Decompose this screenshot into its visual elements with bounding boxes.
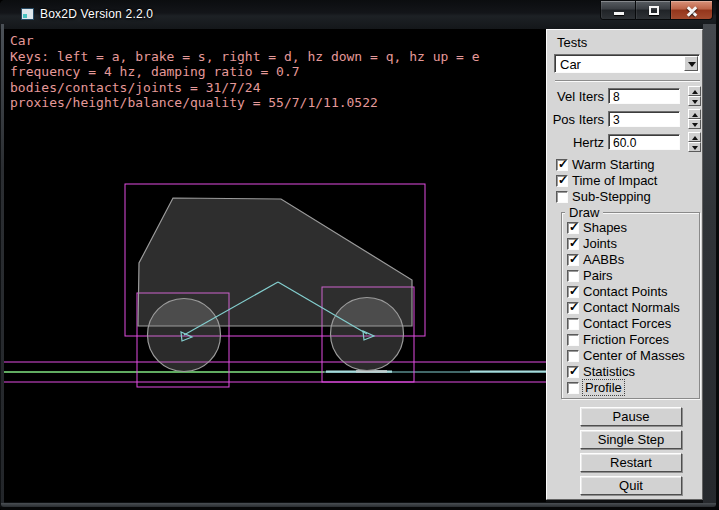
arrow-up-icon	[692, 90, 698, 94]
quit-button[interactable]: Quit	[580, 476, 682, 495]
shapes-checkbox[interactable]	[567, 222, 579, 234]
arrow-down-icon	[692, 123, 698, 127]
contact-normals-checkbox[interactable]	[567, 302, 579, 314]
shapes-label: Shapes	[583, 220, 627, 235]
profile-checkbox[interactable]	[567, 382, 579, 394]
statistics-checkbox[interactable]	[567, 366, 579, 378]
single-step-button[interactable]: Single Step	[580, 430, 682, 449]
pause-button[interactable]: Pause	[580, 407, 682, 426]
pos-iters-row: Pos Iters 3	[547, 109, 704, 129]
sub-stepping-checkbox[interactable]	[556, 191, 568, 203]
hertz-label: Hertz	[547, 135, 604, 150]
stats-line-keys: Keys: left = a, brake = s, right = d, hz…	[10, 49, 480, 65]
arrow-up-icon	[692, 136, 698, 140]
statistics-label: Statistics	[583, 364, 635, 379]
restart-button[interactable]: Restart	[580, 453, 682, 472]
aabbs-checkbox[interactable]	[567, 254, 579, 266]
close-icon	[686, 5, 698, 17]
vel-iters-spin-down-button[interactable]	[688, 96, 701, 106]
app-window: Box2D Version 2.2.0	[0, 0, 719, 510]
hertz-spin-down-button[interactable]	[688, 142, 701, 152]
center-of-masses-checkbox[interactable]	[567, 350, 579, 362]
vel-iters-input[interactable]: 8	[608, 88, 680, 104]
pos-iters-spinner	[688, 109, 701, 129]
pos-iters-spin-down-button[interactable]	[688, 119, 701, 129]
time-of-impact-label: Time of Impact	[572, 173, 657, 188]
app-icon	[21, 8, 34, 20]
window-border-right	[703, 24, 716, 505]
stats-line-bodies: bodies/contacts/joints = 31/7/24	[10, 80, 480, 96]
maximize-icon	[649, 6, 659, 15]
contact-points-checkbox[interactable]	[567, 286, 579, 298]
window-border-left	[1, 24, 4, 505]
stats-line-frequency: frequency = 4 hz, damping ratio = 0.7	[10, 64, 480, 80]
joints-label: Joints	[583, 236, 617, 251]
center-of-masses-label: Center of Masses	[583, 348, 685, 363]
draw-group-title: Draw	[565, 205, 603, 220]
minimize-icon	[614, 12, 624, 15]
hertz-row: Hertz 60.0	[547, 132, 704, 152]
time-of-impact-checkbox[interactable]	[556, 175, 568, 187]
contact-points-label: Contact Points	[583, 284, 668, 299]
tests-label: Tests	[557, 35, 587, 50]
pos-iters-label: Pos Iters	[547, 112, 604, 127]
pairs-checkbox[interactable]	[567, 270, 579, 282]
contact-forces-checkbox[interactable]	[567, 318, 579, 330]
contact-forces-label: Contact Forces	[583, 316, 671, 331]
title-bar[interactable]: Box2D Version 2.2.0	[0, 0, 719, 29]
hertz-spin-up-button[interactable]	[688, 132, 701, 142]
sub-stepping-label: Sub-Stepping	[572, 189, 651, 204]
friction-forces-label: Friction Forces	[583, 332, 669, 347]
arrow-down-icon	[692, 146, 698, 150]
tests-dropdown-value: Car	[560, 57, 581, 72]
maximize-button[interactable]	[636, 0, 671, 20]
warm-starting-label: Warm Starting	[572, 157, 655, 172]
pairs-label: Pairs	[583, 268, 613, 283]
window-title: Box2D Version 2.2.0	[40, 7, 153, 21]
arrow-up-icon	[692, 113, 698, 117]
chevron-down-icon	[688, 62, 696, 67]
tests-dropdown[interactable]: Car	[554, 54, 700, 73]
aabbs-label: AABBs	[583, 252, 624, 267]
vel-iters-spin-up-button[interactable]	[688, 86, 701, 96]
stats-line-proxies: proxies/height/balance/quality = 55/7/1/…	[10, 95, 480, 111]
contact-normals-label: Contact Normals	[583, 300, 680, 315]
profile-label: Profile	[583, 380, 624, 395]
vel-iters-label: Vel Iters	[547, 89, 604, 104]
caption-buttons	[600, 0, 713, 20]
joints-checkbox[interactable]	[567, 238, 579, 250]
warm-starting-checkbox[interactable]	[556, 159, 568, 171]
simulation-canvas[interactable]: CarKeys: left = a, brake = s, right = d,…	[4, 29, 546, 502]
statistics-text: CarKeys: left = a, brake = s, right = d,…	[10, 33, 480, 111]
vel-iters-spinner	[688, 86, 701, 106]
pos-iters-input[interactable]: 3	[608, 111, 680, 127]
arrow-down-icon	[692, 100, 698, 104]
friction-forces-checkbox[interactable]	[567, 334, 579, 346]
hertz-input[interactable]: 60.0	[608, 134, 680, 150]
vel-iters-row: Vel Iters 8	[547, 86, 704, 106]
close-button[interactable]	[671, 0, 713, 20]
tests-dropdown-button[interactable]	[684, 56, 698, 71]
hertz-spinner	[688, 132, 701, 152]
pos-iters-spin-up-button[interactable]	[688, 109, 701, 119]
control-panel: Tests Car Vel Iters 8 Pos Iters 3	[546, 29, 703, 500]
minimize-button[interactable]	[600, 0, 636, 20]
separator	[555, 80, 700, 82]
stats-line-title: Car	[10, 33, 480, 49]
